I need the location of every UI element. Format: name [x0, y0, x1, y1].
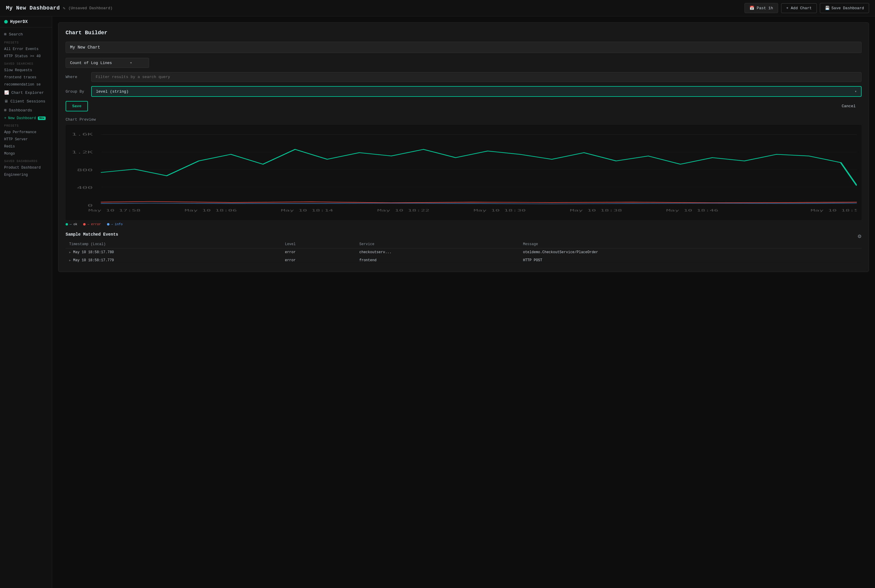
info-legend-label: → info	[111, 222, 123, 226]
cell-level-0: error	[281, 248, 356, 256]
cell-timestamp-0: ▶ May 10 18:58:17.780	[66, 248, 281, 256]
sidebar-link-slow-requests[interactable]: Slow Requests	[0, 67, 52, 74]
sidebar-link-frontend-traces[interactable]: frontend traces	[0, 74, 52, 81]
chart-name-input[interactable]	[66, 42, 861, 53]
sidebar-link-http-server[interactable]: HTTP Server	[0, 136, 52, 143]
sidebar-link-product-dashboard[interactable]: Product Dashboard	[0, 164, 52, 171]
cell-message-0: oteldemo.CheckoutService/PlaceOrder	[519, 248, 861, 256]
logo: HyperDX	[0, 20, 52, 27]
chart-preview-label: Chart Preview	[66, 117, 861, 122]
col-message: Message	[519, 240, 861, 248]
time-range-label: Past 1h	[757, 6, 773, 10]
save-dashboard-label: Save Dashboard	[831, 6, 864, 10]
sidebar-link-app-performance[interactable]: App Performance	[0, 129, 52, 136]
ok-line	[101, 149, 857, 186]
new-dashboard-link[interactable]: + New Dashboard New	[0, 115, 52, 122]
time-range-button[interactable]: 📅 Past 1h	[744, 3, 778, 13]
expand-arrow-0[interactable]: ▶	[69, 251, 71, 254]
svg-text:May 10 18:22: May 10 18:22	[377, 209, 430, 212]
table-row[interactable]: ▶ May 10 18:58:17.780 error checkoutserv…	[66, 248, 861, 256]
gear-button[interactable]: ⚙	[857, 234, 861, 239]
sidebar-item-dashboards[interactable]: ⊞ Dashboards	[0, 106, 52, 115]
sidebar-link-http-status[interactable]: HTTP Status >= 40	[0, 53, 52, 60]
events-table: Timestamp (Local) Level Service Message …	[66, 240, 861, 264]
search-nav-icon: ⊞	[4, 32, 6, 37]
plus-icon: +	[4, 116, 6, 120]
svg-text:May 10 18:46: May 10 18:46	[666, 209, 719, 212]
cell-message-1: HTTP POST	[519, 256, 861, 264]
sidebar-item-search[interactable]: ⊞ Search	[0, 30, 52, 39]
svg-text:May 10 18:58: May 10 18:58	[810, 209, 857, 212]
client-sessions-icon: 🖥	[4, 99, 8, 104]
sidebar-link-redis[interactable]: Redis	[0, 143, 52, 150]
expand-arrow-1[interactable]: ▶	[69, 259, 71, 262]
svg-text:May 10 18:38: May 10 18:38	[570, 209, 622, 212]
save-dashboard-button[interactable]: 💾 Save Dashboard	[820, 3, 869, 13]
save-button[interactable]: Save	[66, 101, 88, 111]
sidebar-link-mongo[interactable]: Mongo	[0, 150, 52, 157]
group-by-dropdown-arrow: ▾	[854, 89, 857, 94]
legend-ok: → ok	[66, 222, 77, 226]
client-sessions-label: Client Sessions	[11, 99, 45, 104]
saved-searches-label: SAVED SEARCHES	[0, 60, 52, 67]
logo-text: HyperDX	[10, 20, 28, 24]
sidebar-item-client-sessions[interactable]: 🖥 Client Sessions	[0, 97, 52, 106]
cell-level-1: error	[281, 256, 356, 264]
top-header: My New Dashboard ✎ (Unsaved Dashboard) 📅…	[0, 0, 875, 16]
presets-section-label: PRESETS	[0, 39, 52, 46]
dashboards-icon: ⊞	[4, 108, 6, 112]
saved-dashboards-label: SAVED DASHBOARDS	[0, 157, 52, 164]
dashboard-name: My New Dashboard	[6, 5, 60, 11]
svg-text:1.2K: 1.2K	[72, 150, 93, 154]
sidebar-item-chart-explorer[interactable]: 📈 Chart Explorer	[0, 88, 52, 97]
group-by-row: Group By level (string) ▾	[66, 86, 861, 97]
svg-text:May 10 18:14: May 10 18:14	[281, 209, 333, 212]
chart-explorer-label: Chart Explorer	[11, 90, 44, 95]
col-service: Service	[356, 240, 519, 248]
header-actions: 📅 Past 1h + Add Chart 💾 Save Dashboard	[744, 3, 869, 13]
dashboards-label: Dashboards	[9, 108, 32, 112]
error-legend-label: → error	[87, 222, 101, 226]
logo-dot	[4, 20, 8, 24]
group-by-label: Group By	[66, 89, 86, 94]
metric-dropdown-arrow: ▾	[130, 60, 132, 65]
table-row[interactable]: ▶ May 10 18:58:17.779 error frontend HTT…	[66, 256, 861, 264]
content-area: Chart Builder (function() { const el = d…	[52, 16, 875, 588]
sample-events-title: Sample Matched Events	[66, 232, 118, 237]
where-input[interactable]	[91, 72, 861, 82]
error-legend-dot	[83, 223, 86, 225]
edit-icon[interactable]: ✎	[63, 6, 65, 11]
ok-legend-label: → ok	[69, 222, 77, 226]
svg-text:800: 800	[77, 168, 93, 172]
svg-text:0: 0	[88, 204, 93, 208]
new-badge: New	[38, 117, 46, 120]
svg-text:May 10 18:06: May 10 18:06	[185, 209, 237, 212]
group-by-select[interactable]: level (string) ▾	[91, 86, 861, 97]
dashboard-presets-label: PRESETS	[0, 122, 52, 129]
legend-info: → info	[107, 222, 123, 226]
cell-timestamp-1: ▶ May 10 18:58:17.779	[66, 256, 281, 264]
error-line	[101, 201, 857, 202]
svg-text:400: 400	[77, 186, 93, 190]
action-row: Save Cancel	[66, 101, 861, 111]
chart-explorer-icon: 📈	[4, 90, 9, 95]
group-by-value: level (string)	[96, 89, 128, 94]
sidebar-link-all-errors[interactable]: All Error Events	[0, 46, 52, 53]
add-chart-button[interactable]: + Add Chart	[781, 3, 817, 13]
header-title: My New Dashboard ✎ (Unsaved Dashboard)	[6, 5, 744, 11]
col-level: Level	[281, 240, 356, 248]
sidebar-link-engineering[interactable]: Engineering	[0, 171, 52, 178]
info-line	[101, 203, 857, 204]
metric-select[interactable]: Count of Log Lines ▾	[66, 58, 149, 68]
ok-legend-dot	[66, 223, 68, 225]
sidebar-link-recommendation[interactable]: recommendation se	[0, 81, 52, 88]
save-icon: 💾	[825, 6, 830, 10]
legend-error: → error	[83, 222, 101, 226]
chart-builder-panel: Chart Builder (function() { const el = d…	[58, 22, 869, 272]
svg-text:May 10 17:58: May 10 17:58	[89, 209, 141, 212]
col-timestamp: Timestamp (Local)	[66, 240, 281, 248]
chart-svg: 1.6K 1.2K 800 400 0	[71, 130, 857, 215]
cancel-button[interactable]: Cancel	[836, 102, 861, 111]
unsaved-label: (Unsaved Dashboard)	[68, 6, 113, 10]
metric-select-label: Count of Log Lines	[70, 61, 112, 65]
